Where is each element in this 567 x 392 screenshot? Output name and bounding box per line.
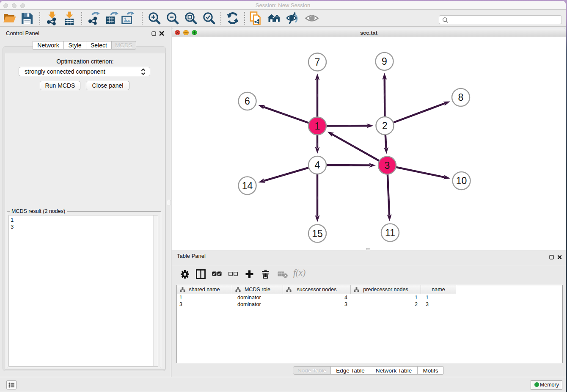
svg-text:9: 9 (382, 56, 387, 67)
svg-text:2: 2 (382, 120, 388, 131)
svg-text:15: 15 (312, 228, 323, 239)
svg-text:3: 3 (385, 160, 390, 171)
svg-text:4: 4 (315, 160, 320, 171)
svg-text:1: 1 (315, 121, 320, 132)
svg-text:8: 8 (458, 92, 464, 103)
svg-text:6: 6 (245, 96, 250, 107)
svg-text:14: 14 (242, 180, 253, 191)
svg-text:11: 11 (385, 227, 395, 238)
svg-text:10: 10 (456, 175, 467, 186)
svg-text:7: 7 (315, 57, 320, 68)
